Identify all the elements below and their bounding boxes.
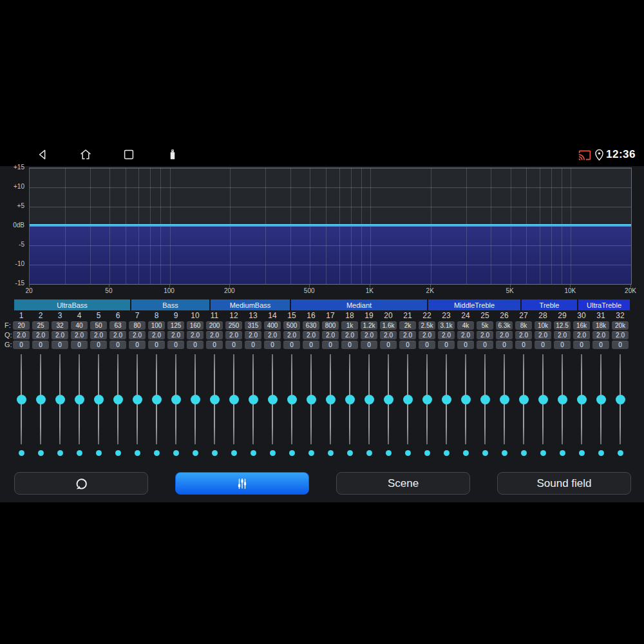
band-gain-value[interactable]: 0: [245, 341, 261, 349]
band-freq-value[interactable]: 125: [167, 321, 184, 330]
band-q-value[interactable]: 2.0: [361, 331, 377, 339]
gain-slider-knob[interactable]: [403, 395, 413, 404]
band-gain-value[interactable]: 0: [535, 341, 551, 349]
band-gain-value[interactable]: 0: [71, 341, 88, 349]
band-q-value[interactable]: 2.0: [477, 331, 493, 339]
gain-slider-knob[interactable]: [152, 395, 162, 404]
band-q-value[interactable]: 2.0: [419, 331, 435, 339]
band-gain-value[interactable]: 0: [187, 341, 204, 349]
band-q-value[interactable]: 2.0: [109, 331, 126, 339]
gain-slider-knob[interactable]: [538, 395, 548, 404]
band-gain-value[interactable]: 0: [322, 341, 339, 349]
band-q-value[interactable]: 2.0: [206, 331, 223, 339]
gain-slider-knob[interactable]: [229, 395, 239, 404]
band-gain-value[interactable]: 0: [52, 341, 68, 349]
band-gain-value[interactable]: 0: [477, 341, 493, 349]
band-freq-value[interactable]: 18k: [592, 321, 609, 330]
sound-field-button[interactable]: Sound field: [497, 472, 631, 495]
band-freq-value[interactable]: 100: [148, 321, 165, 330]
back-icon[interactable]: [35, 147, 50, 162]
gain-slider-knob[interactable]: [500, 395, 509, 404]
band-freq-value[interactable]: 20: [13, 321, 30, 330]
band-gain-value[interactable]: 0: [225, 341, 242, 349]
band-freq-value[interactable]: 315: [245, 321, 261, 330]
gain-slider-knob[interactable]: [171, 395, 181, 404]
band-gain-value[interactable]: 0: [13, 341, 30, 349]
band-freq-value[interactable]: 1.6k: [380, 321, 397, 330]
gain-slider-knob[interactable]: [36, 395, 46, 404]
band-freq-value[interactable]: 32: [52, 321, 68, 330]
band-freq-value[interactable]: 800: [322, 321, 339, 330]
band-q-value[interactable]: 2.0: [129, 331, 146, 339]
band-gain-value[interactable]: 0: [496, 341, 513, 349]
band-freq-value[interactable]: 500: [283, 321, 300, 330]
gain-slider-knob[interactable]: [519, 395, 529, 404]
band-gain-value[interactable]: 0: [573, 341, 590, 349]
band-gain-value[interactable]: 0: [592, 341, 609, 349]
usb-drive-icon[interactable]: [166, 147, 180, 162]
band-q-value[interactable]: 2.0: [496, 331, 513, 339]
band-gain-value[interactable]: 0: [457, 341, 474, 349]
band-q-value[interactable]: 2.0: [71, 331, 88, 339]
gain-slider-knob[interactable]: [210, 395, 220, 404]
gain-slider-knob[interactable]: [133, 395, 142, 404]
band-gain-value[interactable]: 0: [341, 341, 358, 349]
band-gain-value[interactable]: 0: [148, 341, 165, 349]
gain-slider-knob[interactable]: [422, 395, 432, 404]
band-q-value[interactable]: 2.0: [13, 331, 30, 339]
band-freq-value[interactable]: 5k: [477, 321, 493, 330]
band-freq-value[interactable]: 25: [32, 321, 49, 330]
band-gain-value[interactable]: 0: [206, 341, 223, 349]
band-q-value[interactable]: 2.0: [303, 331, 319, 339]
band-gain-value[interactable]: 0: [612, 341, 629, 349]
band-gain-value[interactable]: 0: [167, 341, 184, 349]
band-gain-value[interactable]: 0: [399, 341, 416, 349]
gain-slider-knob[interactable]: [307, 395, 316, 404]
band-freq-value[interactable]: 2.5k: [419, 321, 435, 330]
band-gain-value[interactable]: 0: [303, 341, 319, 349]
band-q-value[interactable]: 2.0: [225, 331, 242, 339]
band-freq-value[interactable]: 1.2k: [361, 321, 377, 330]
reset-button[interactable]: [14, 472, 148, 495]
band-freq-value[interactable]: 20k: [612, 321, 629, 330]
band-q-value[interactable]: 2.0: [573, 331, 590, 339]
band-freq-value[interactable]: 63: [109, 321, 126, 330]
band-q-value[interactable]: 2.0: [399, 331, 416, 339]
band-q-value[interactable]: 2.0: [90, 331, 107, 339]
gain-slider-knob[interactable]: [249, 395, 258, 404]
recents-icon[interactable]: [122, 147, 136, 162]
band-q-value[interactable]: 2.0: [32, 331, 49, 339]
band-freq-value[interactable]: 3.1k: [438, 321, 455, 330]
gain-slider-knob[interactable]: [94, 395, 104, 404]
band-q-value[interactable]: 2.0: [283, 331, 300, 339]
band-freq-value[interactable]: 6.3k: [496, 321, 513, 330]
band-q-value[interactable]: 2.0: [245, 331, 261, 339]
gain-slider-knob[interactable]: [384, 395, 393, 404]
band-q-value[interactable]: 2.0: [438, 331, 455, 339]
gain-slider-knob[interactable]: [17, 395, 26, 404]
band-freq-value[interactable]: 1k: [341, 321, 358, 330]
band-q-value[interactable]: 2.0: [457, 331, 474, 339]
band-freq-value[interactable]: 4k: [457, 321, 474, 330]
gain-slider-knob[interactable]: [577, 395, 587, 404]
band-q-value[interactable]: 2.0: [592, 331, 609, 339]
band-gain-value[interactable]: 0: [109, 341, 126, 349]
band-gain-value[interactable]: 0: [264, 341, 281, 349]
band-q-value[interactable]: 2.0: [167, 331, 184, 339]
band-gain-value[interactable]: 0: [129, 341, 146, 349]
band-q-value[interactable]: 2.0: [554, 331, 571, 339]
band-q-value[interactable]: 2.0: [148, 331, 165, 339]
band-gain-value[interactable]: 0: [283, 341, 300, 349]
band-freq-value[interactable]: 40: [71, 321, 88, 330]
band-freq-value[interactable]: 250: [225, 321, 242, 330]
scene-button[interactable]: Scene: [336, 472, 470, 495]
band-freq-value[interactable]: 16k: [573, 321, 590, 330]
gain-slider-knob[interactable]: [287, 395, 297, 404]
gain-slider-knob[interactable]: [326, 395, 336, 404]
equalizer-button[interactable]: [175, 472, 309, 495]
band-freq-value[interactable]: 80: [129, 321, 146, 330]
band-freq-value[interactable]: 8k: [515, 321, 532, 330]
band-freq-value[interactable]: 10k: [535, 321, 551, 330]
band-gain-value[interactable]: 0: [90, 341, 107, 349]
band-freq-value[interactable]: 630: [303, 321, 319, 330]
